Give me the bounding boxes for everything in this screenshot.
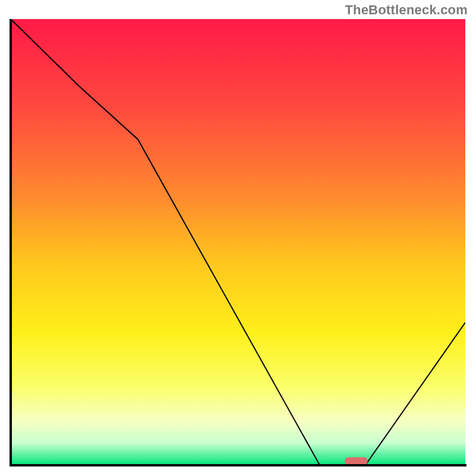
bottleneck-chart [10, 19, 466, 466]
plot-area [10, 19, 466, 466]
chart-container: TheBottleneck.com [0, 0, 476, 476]
optimum-marker [345, 458, 368, 466]
watermark-label: TheBottleneck.com [345, 2, 468, 18]
